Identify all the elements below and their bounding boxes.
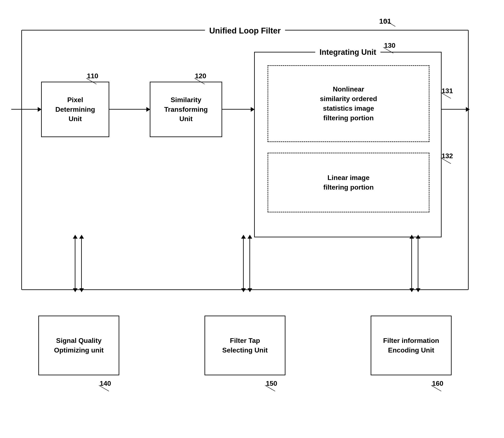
arrow-pixel-to-similarity xyxy=(109,109,150,110)
bidir-arrow-filtertap-left xyxy=(243,235,244,292)
linear-box: Linear image filtering portion xyxy=(268,153,430,212)
pixel-box-text: Pixel Determining Unit xyxy=(55,95,95,124)
label-130: 130 xyxy=(384,42,395,49)
signal-box-text: Signal Quality Optimizing unit xyxy=(54,336,104,355)
label-140: 140 xyxy=(100,380,111,387)
arrowhead-p2s xyxy=(146,107,150,112)
arrowhead-signal-up-right xyxy=(79,235,84,239)
label-160: 160 xyxy=(432,380,443,387)
label-120: 120 xyxy=(195,72,206,80)
arrowhead-signal-down-right xyxy=(79,288,84,292)
arrowhead-output xyxy=(466,107,470,112)
diagram-container: 101 Unified Loop Filter Pixel Determinin… xyxy=(17,17,486,422)
bidir-arrow-filterinfo-right xyxy=(418,235,418,292)
similarity-box-text: Similarity Transforming Unit xyxy=(164,95,208,124)
bidir-arrow-signal-left xyxy=(75,235,75,292)
arrowhead-filterinfo-up-right xyxy=(416,235,420,239)
arrowhead-filtertap-down-right xyxy=(248,288,252,292)
label-110: 110 xyxy=(87,72,98,80)
filter-info-unit-box: Filter information Encoding Unit xyxy=(371,316,452,375)
bidir-arrow-filtertap-right xyxy=(250,235,250,292)
arrowhead-filterinfo-down-left xyxy=(410,288,414,292)
arrowhead-filtertap-down-left xyxy=(241,288,246,292)
main-unified-loop-filter-box: Unified Loop Filter Pixel Determining Un… xyxy=(21,30,469,290)
pixel-determining-unit-box: Pixel Determining Unit xyxy=(41,82,109,137)
arrowhead-filterinfo-up-left xyxy=(410,235,414,239)
arrowhead-signal-up-left xyxy=(73,235,78,239)
signal-quality-unit-box: Signal Quality Optimizing unit xyxy=(38,316,119,375)
arrowhead-filtertap-up-right xyxy=(248,235,252,239)
similarity-transforming-unit-box: Similarity Transforming Unit xyxy=(150,82,222,137)
main-box-title: Unified Loop Filter xyxy=(205,26,285,35)
nonlinear-box: Nonlinear similarity ordered statistics … xyxy=(268,65,430,142)
linear-text: Linear image filtering portion xyxy=(323,173,374,192)
label-101: 101 xyxy=(379,17,391,25)
arrowhead-input xyxy=(38,107,42,112)
arrowhead-s2i xyxy=(251,107,254,112)
nonlinear-text: Nonlinear similarity ordered statistics … xyxy=(320,84,377,123)
bidir-arrow-filterinfo-left xyxy=(411,235,412,292)
filter-tap-unit-box: Filter Tap Selecting Unit xyxy=(204,316,285,375)
bidir-arrow-signal-right xyxy=(81,235,82,292)
filtertap-box-text: Filter Tap Selecting Unit xyxy=(222,336,268,355)
arrowhead-filtertap-up-left xyxy=(241,235,246,239)
integrating-unit-box: Integrating Unit Nonlinear similarity or… xyxy=(254,52,441,237)
label-132: 132 xyxy=(441,152,453,160)
arrow-output xyxy=(441,109,469,110)
arrow-similarity-to-integrating xyxy=(222,109,254,110)
integrating-unit-title: Integrating Unit xyxy=(315,48,380,57)
filterinfo-box-text: Filter information Encoding Unit xyxy=(383,336,439,355)
arrow-input xyxy=(11,109,41,110)
arrowhead-filterinfo-down-right xyxy=(416,288,420,292)
arrowhead-signal-down-left xyxy=(73,288,78,292)
label-150: 150 xyxy=(266,380,277,387)
